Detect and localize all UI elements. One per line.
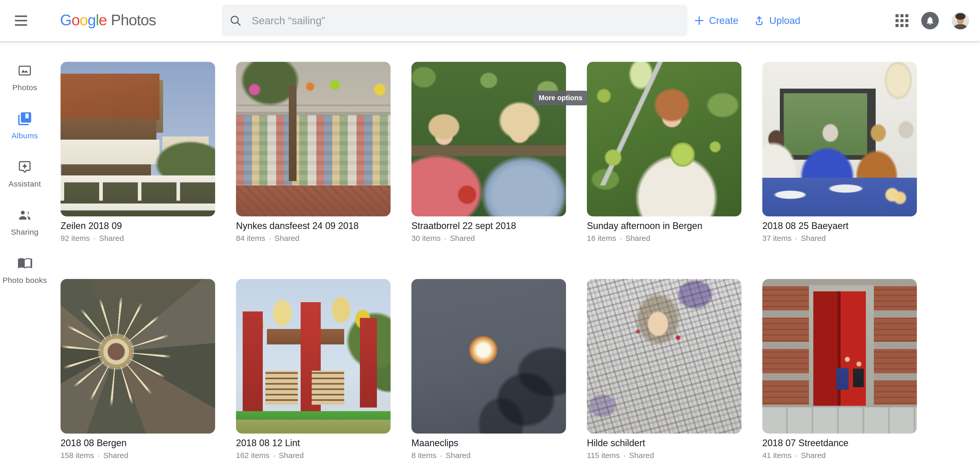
album-title: 2018 08 25 Baeyaert xyxy=(762,221,917,231)
album-cover xyxy=(236,279,391,434)
google-photos-albums-page: Google Photos Create xyxy=(0,0,980,466)
sidebar-item-sharing[interactable]: Sharing xyxy=(0,206,49,237)
album-card[interactable]: Hilde schildert 115 items · Shared xyxy=(587,279,741,460)
album-card[interactable]: Maaneclips 8 items · Shared xyxy=(411,279,566,460)
album-meta: 84 items · Shared xyxy=(236,234,391,243)
sidebar-item-photo-books[interactable]: Photo books xyxy=(0,254,49,285)
album-item-count: 37 items xyxy=(762,234,791,243)
albums-icon xyxy=(16,110,33,127)
assistant-icon xyxy=(16,158,33,176)
album-meta: 41 items · Shared xyxy=(762,451,917,460)
photos-icon xyxy=(16,62,33,80)
sidebar-item-label: Albums xyxy=(11,131,38,140)
album-card[interactable]: 2018 07 Streetdance 41 items · Shared xyxy=(762,279,917,460)
logo-google-wordmark: Google xyxy=(60,11,107,29)
album-card[interactable]: Zeilen 2018 09 92 items · Shared xyxy=(60,62,215,243)
album-cover xyxy=(60,62,215,216)
album-meta-separator: · xyxy=(269,234,271,243)
sidebar-item-label: Assistant xyxy=(8,180,41,188)
header-actions: Create Upload xyxy=(694,0,800,41)
album-shared-label: Shared xyxy=(801,234,826,243)
album-meta: 92 items · Shared xyxy=(60,234,215,243)
album-card[interactable]: 2018 08 12 Lint 162 items · Shared xyxy=(236,279,391,460)
album-item-count: 16 items xyxy=(587,234,616,243)
google-photos-logo[interactable]: Google Photos xyxy=(60,11,156,29)
sidebar-item-assistant[interactable]: Assistant xyxy=(0,158,49,188)
album-item-count: 84 items xyxy=(236,234,265,243)
album-cover xyxy=(236,62,391,216)
album-item-count: 41 items xyxy=(762,451,791,460)
google-apps-icon[interactable] xyxy=(896,14,908,27)
album-shared-label: Shared xyxy=(801,451,826,460)
create-button-label: Create xyxy=(709,15,738,26)
account-avatar[interactable] xyxy=(952,12,969,29)
upload-icon xyxy=(753,15,765,27)
sidebar-item-photos[interactable]: Photos xyxy=(0,62,49,92)
plus-icon xyxy=(694,15,705,26)
album-shared-label: Shared xyxy=(625,234,650,243)
album-meta-separator: · xyxy=(795,234,797,243)
album-title: 2018 07 Streetdance xyxy=(762,438,917,449)
search-icon xyxy=(229,14,242,27)
albums-grid: Zeilen 2018 09 92 items · Shared Nynkes … xyxy=(60,62,917,460)
album-item-count: 92 items xyxy=(60,234,90,243)
album-title: Straatborrel 22 sept 2018 xyxy=(411,221,566,231)
album-cover xyxy=(411,62,566,216)
album-meta-separator: · xyxy=(444,234,447,243)
album-meta: 162 items · Shared xyxy=(236,451,391,460)
album-meta-separator: · xyxy=(619,234,622,243)
sidebar-item-label: Sharing xyxy=(11,228,39,237)
album-cover xyxy=(762,279,917,434)
album-meta-separator: · xyxy=(795,451,797,460)
album-item-count: 162 items xyxy=(236,451,269,460)
upload-button-label: Upload xyxy=(769,15,800,26)
album-item-count: 115 items xyxy=(587,451,620,460)
album-meta-separator: · xyxy=(273,451,275,460)
hamburger-menu-button[interactable] xyxy=(15,13,32,29)
album-shared-label: Shared xyxy=(446,451,471,460)
album-cover xyxy=(587,279,741,434)
album-item-count: 8 items xyxy=(411,451,436,460)
album-meta: 37 items · Shared xyxy=(762,234,917,243)
album-shared-label: Shared xyxy=(99,234,124,243)
album-cover xyxy=(762,62,917,216)
album-cover xyxy=(411,279,566,434)
album-title: Zeilen 2018 09 xyxy=(60,221,215,231)
sidebar-item-albums[interactable]: Albums xyxy=(0,110,49,140)
album-card[interactable]: More options Straatborrel 22 sept 2018 3… xyxy=(411,62,566,243)
album-title: 2018 08 12 Lint xyxy=(236,438,391,449)
album-shared-label: Shared xyxy=(279,451,304,460)
album-title: 2018 08 Bergen xyxy=(60,438,215,449)
upload-button[interactable]: Upload xyxy=(753,15,800,27)
album-shared-label: Shared xyxy=(450,234,475,243)
sidebar-item-label: Photos xyxy=(13,83,37,92)
sharing-people-icon xyxy=(16,206,33,224)
album-meta: 16 items · Shared xyxy=(587,234,741,243)
search-input[interactable] xyxy=(252,15,679,27)
create-button[interactable]: Create xyxy=(694,15,738,26)
album-card[interactable]: Nynkes dansfeest 24 09 2018 84 items · S… xyxy=(236,62,391,243)
album-meta-separator: · xyxy=(93,234,95,243)
album-shared-label: Shared xyxy=(103,451,128,460)
album-cover xyxy=(587,62,741,216)
logo-product-name: Photos xyxy=(111,11,156,29)
album-meta: 30 items · Shared xyxy=(411,234,566,243)
album-title: Nynkes dansfeest 24 09 2018 xyxy=(236,221,391,231)
album-card[interactable]: 2018 08 Bergen 158 items · Shared xyxy=(60,279,215,460)
album-title: Hilde schildert xyxy=(587,438,741,449)
more-options-tooltip: More options xyxy=(534,91,587,105)
sidebar-nav: Photos Albums Assistant xyxy=(0,41,49,303)
album-meta-separator: · xyxy=(440,451,442,460)
header-icon-cluster xyxy=(896,0,969,41)
album-meta-separator: · xyxy=(623,451,626,460)
album-item-count: 158 items xyxy=(60,451,94,460)
photo-books-icon xyxy=(16,254,33,272)
album-shared-label: Shared xyxy=(629,451,654,460)
album-card[interactable]: 2018 08 25 Baeyaert 37 items · Shared xyxy=(762,62,917,243)
album-meta-separator: · xyxy=(97,451,100,460)
notifications-bell-icon[interactable] xyxy=(921,12,939,29)
album-item-count: 30 items xyxy=(411,234,441,243)
album-cover xyxy=(60,279,215,434)
album-meta: 158 items · Shared xyxy=(60,451,215,460)
album-card[interactable]: Sunday afternoon in Bergen 16 items · Sh… xyxy=(587,62,741,243)
